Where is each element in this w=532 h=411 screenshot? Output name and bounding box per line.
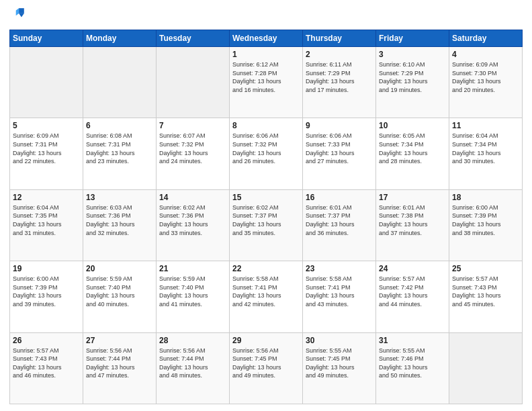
- day-number: 30: [306, 336, 373, 345]
- day-cell: 5Sunrise: 6:09 AM Sunset: 7:31 PM Daylig…: [10, 118, 83, 189]
- day-info: Sunrise: 6:07 AM Sunset: 7:32 PM Dayligh…: [159, 132, 226, 165]
- day-cell: 10Sunrise: 6:05 AM Sunset: 7:34 PM Dayli…: [376, 118, 449, 189]
- day-number: 15: [232, 193, 300, 202]
- day-info: Sunrise: 6:02 AM Sunset: 7:36 PM Dayligh…: [159, 203, 226, 237]
- day-number: 19: [13, 264, 80, 273]
- day-number: 7: [159, 121, 226, 130]
- day-cell: 16Sunrise: 6:01 AM Sunset: 7:37 PM Dayli…: [303, 189, 376, 261]
- svg-marker-0: [19, 8, 24, 13]
- day-number: 21: [159, 264, 226, 273]
- day-number: 28: [159, 336, 226, 345]
- day-cell: 15Sunrise: 6:02 AM Sunset: 7:37 PM Dayli…: [230, 189, 303, 261]
- col-header-tuesday: Tuesday: [157, 30, 230, 47]
- day-info: Sunrise: 6:01 AM Sunset: 7:37 PM Dayligh…: [306, 203, 373, 237]
- day-number: 5: [13, 121, 80, 130]
- day-info: Sunrise: 6:01 AM Sunset: 7:38 PM Dayligh…: [379, 203, 446, 237]
- day-info: Sunrise: 5:59 AM Sunset: 7:40 PM Dayligh…: [86, 275, 153, 308]
- day-info: Sunrise: 6:04 AM Sunset: 7:34 PM Dayligh…: [452, 132, 519, 165]
- day-info: Sunrise: 5:56 AM Sunset: 7:45 PM Dayligh…: [232, 347, 300, 380]
- day-number: 18: [452, 193, 519, 202]
- day-number: 27: [86, 336, 153, 345]
- week-row-4: 26Sunrise: 5:57 AM Sunset: 7:43 PM Dayli…: [10, 332, 523, 404]
- day-cell: 4Sunrise: 6:09 AM Sunset: 7:30 PM Daylig…: [449, 47, 523, 118]
- day-number: 29: [232, 336, 300, 345]
- day-info: Sunrise: 6:10 AM Sunset: 7:29 PM Dayligh…: [379, 60, 446, 94]
- day-cell: 27Sunrise: 5:56 AM Sunset: 7:44 PM Dayli…: [83, 332, 157, 404]
- day-cell: 11Sunrise: 6:04 AM Sunset: 7:34 PM Dayli…: [449, 118, 523, 189]
- day-number: 16: [306, 193, 373, 202]
- day-cell: 25Sunrise: 5:57 AM Sunset: 7:43 PM Dayli…: [449, 261, 523, 332]
- day-cell: 9Sunrise: 6:06 AM Sunset: 7:33 PM Daylig…: [303, 118, 376, 189]
- week-row-3: 19Sunrise: 6:00 AM Sunset: 7:39 PM Dayli…: [10, 261, 523, 332]
- day-info: Sunrise: 5:55 AM Sunset: 7:46 PM Dayligh…: [379, 347, 446, 380]
- day-cell: 13Sunrise: 6:03 AM Sunset: 7:36 PM Dayli…: [83, 189, 157, 261]
- calendar-table: SundayMondayTuesdayWednesdayThursdayFrid…: [9, 30, 523, 404]
- day-number: 17: [379, 193, 446, 202]
- day-number: 3: [379, 50, 446, 59]
- day-cell: 26Sunrise: 5:57 AM Sunset: 7:43 PM Dayli…: [10, 332, 83, 404]
- day-cell: 1Sunrise: 6:12 AM Sunset: 7:28 PM Daylig…: [230, 47, 303, 118]
- day-cell: 17Sunrise: 6:01 AM Sunset: 7:38 PM Dayli…: [376, 189, 449, 261]
- day-cell: 8Sunrise: 6:06 AM Sunset: 7:32 PM Daylig…: [230, 118, 303, 189]
- day-info: Sunrise: 5:55 AM Sunset: 7:45 PM Dayligh…: [306, 347, 373, 380]
- week-row-1: 5Sunrise: 6:09 AM Sunset: 7:31 PM Daylig…: [10, 118, 523, 189]
- day-number: 12: [13, 193, 80, 202]
- day-number: 4: [452, 50, 519, 59]
- day-cell: 31Sunrise: 5:55 AM Sunset: 7:46 PM Dayli…: [376, 332, 449, 404]
- logo-icon: [11, 7, 26, 21]
- day-number: 11: [452, 121, 519, 130]
- day-number: 6: [86, 121, 153, 130]
- day-info: Sunrise: 6:04 AM Sunset: 7:35 PM Dayligh…: [13, 203, 80, 237]
- svg-marker-1: [19, 13, 24, 17]
- day-number: 25: [452, 264, 519, 273]
- day-info: Sunrise: 5:58 AM Sunset: 7:41 PM Dayligh…: [306, 275, 373, 308]
- day-number: 23: [306, 264, 373, 273]
- day-cell: 19Sunrise: 6:00 AM Sunset: 7:39 PM Dayli…: [10, 261, 83, 332]
- day-info: Sunrise: 5:57 AM Sunset: 7:43 PM Dayligh…: [452, 275, 519, 308]
- day-info: Sunrise: 5:57 AM Sunset: 7:43 PM Dayligh…: [13, 347, 80, 380]
- day-number: 26: [13, 336, 80, 345]
- day-cell: 21Sunrise: 5:59 AM Sunset: 7:40 PM Dayli…: [157, 261, 230, 332]
- day-info: Sunrise: 6:09 AM Sunset: 7:31 PM Dayligh…: [13, 132, 80, 165]
- day-cell: 12Sunrise: 6:04 AM Sunset: 7:35 PM Dayli…: [10, 189, 83, 261]
- day-info: Sunrise: 6:00 AM Sunset: 7:39 PM Dayligh…: [13, 275, 80, 308]
- day-cell: 23Sunrise: 5:58 AM Sunset: 7:41 PM Dayli…: [303, 261, 376, 332]
- week-row-2: 12Sunrise: 6:04 AM Sunset: 7:35 PM Dayli…: [10, 189, 523, 261]
- day-number: 10: [379, 121, 446, 130]
- week-row-0: 1Sunrise: 6:12 AM Sunset: 7:28 PM Daylig…: [10, 47, 523, 118]
- day-info: Sunrise: 6:08 AM Sunset: 7:31 PM Dayligh…: [86, 132, 153, 165]
- calendar-page: SundayMondayTuesdayWednesdayThursdayFrid…: [0, 0, 532, 411]
- day-info: Sunrise: 5:57 AM Sunset: 7:42 PM Dayligh…: [379, 275, 446, 308]
- day-cell: 7Sunrise: 6:07 AM Sunset: 7:32 PM Daylig…: [157, 118, 230, 189]
- day-cell: 29Sunrise: 5:56 AM Sunset: 7:45 PM Dayli…: [230, 332, 303, 404]
- logo: [9, 7, 27, 24]
- day-info: Sunrise: 6:03 AM Sunset: 7:36 PM Dayligh…: [86, 203, 153, 237]
- day-info: Sunrise: 6:06 AM Sunset: 7:33 PM Dayligh…: [306, 132, 373, 165]
- day-cell: 2Sunrise: 6:11 AM Sunset: 7:29 PM Daylig…: [303, 47, 376, 118]
- col-header-thursday: Thursday: [303, 30, 376, 47]
- day-info: Sunrise: 6:00 AM Sunset: 7:39 PM Dayligh…: [452, 203, 519, 237]
- day-cell: 20Sunrise: 5:59 AM Sunset: 7:40 PM Dayli…: [83, 261, 157, 332]
- day-info: Sunrise: 6:06 AM Sunset: 7:32 PM Dayligh…: [232, 132, 300, 165]
- day-cell: 3Sunrise: 6:10 AM Sunset: 7:29 PM Daylig…: [376, 47, 449, 118]
- day-info: Sunrise: 6:09 AM Sunset: 7:30 PM Dayligh…: [452, 60, 519, 94]
- day-number: 20: [86, 264, 153, 273]
- day-number: 13: [86, 193, 153, 202]
- day-info: Sunrise: 5:56 AM Sunset: 7:44 PM Dayligh…: [159, 347, 226, 380]
- day-number: 1: [232, 50, 300, 59]
- col-header-sunday: Sunday: [10, 30, 83, 47]
- col-header-friday: Friday: [376, 30, 449, 47]
- day-cell: [10, 47, 83, 118]
- day-cell: 24Sunrise: 5:57 AM Sunset: 7:42 PM Dayli…: [376, 261, 449, 332]
- day-info: Sunrise: 6:05 AM Sunset: 7:34 PM Dayligh…: [379, 132, 446, 165]
- svg-marker-2: [16, 8, 19, 15]
- day-number: 14: [159, 193, 226, 202]
- day-cell: 28Sunrise: 5:56 AM Sunset: 7:44 PM Dayli…: [157, 332, 230, 404]
- day-info: Sunrise: 5:58 AM Sunset: 7:41 PM Dayligh…: [232, 275, 300, 308]
- day-cell: 30Sunrise: 5:55 AM Sunset: 7:45 PM Dayli…: [303, 332, 376, 404]
- day-cell: [83, 47, 157, 118]
- day-info: Sunrise: 6:02 AM Sunset: 7:37 PM Dayligh…: [232, 203, 300, 237]
- day-number: 2: [306, 50, 373, 59]
- day-number: 22: [232, 264, 300, 273]
- day-number: 31: [379, 336, 446, 345]
